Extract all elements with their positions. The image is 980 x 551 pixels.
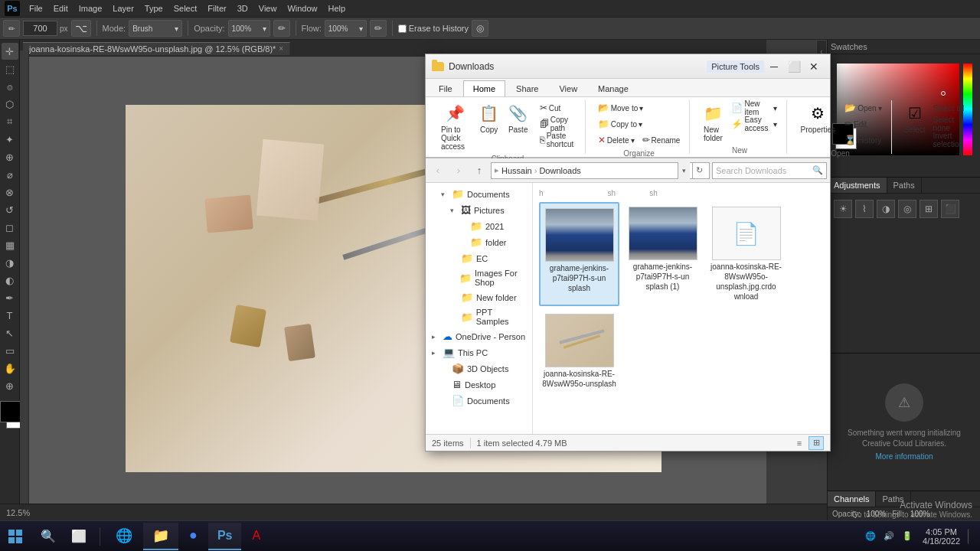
- tool-preset-btn[interactable]: ✏: [3, 20, 20, 37]
- text-tool[interactable]: T: [2, 307, 18, 324]
- back-btn[interactable]: ‹: [429, 161, 447, 180]
- up-btn[interactable]: ↑: [470, 161, 488, 180]
- cc-more-info-link[interactable]: More information: [875, 452, 933, 461]
- tab-close-btn[interactable]: ×: [279, 44, 283, 53]
- menu-edit[interactable]: Edit: [49, 2, 73, 15]
- eraser-tool[interactable]: ◻: [2, 219, 18, 236]
- hand-tool[interactable]: ✋: [2, 360, 18, 377]
- explorer-maximize-btn[interactable]: ⬜: [784, 59, 804, 74]
- nav-item-onedrive[interactable]: ▸ ☁ OneDrive - Person: [426, 328, 532, 344]
- address-bar[interactable]: ▸ Hussain › Downloads ▾ ↻: [491, 162, 710, 179]
- file-item-grahame2[interactable]: grahame-jenkins-p7tai9P7H-s-un splash (1…: [622, 202, 703, 306]
- taskbar-clock[interactable]: 4:05 PM 4/18/2022: [918, 527, 965, 546]
- nav-item-images-for-shop[interactable]: 📁 Images For Shop: [426, 266, 532, 289]
- forward-btn[interactable]: ›: [449, 161, 468, 180]
- search-bar[interactable]: Search Downloads 🔍: [712, 162, 827, 179]
- delete-btn[interactable]: ✕ Delete ▾: [595, 132, 638, 148]
- tab-paths-layers[interactable]: Paths: [876, 491, 910, 507]
- tab-adjustments[interactable]: Adjustments: [828, 178, 887, 193]
- move-tool[interactable]: ✛: [2, 43, 18, 60]
- taskbar-chrome[interactable]: ●: [180, 523, 207, 550]
- pen-tool[interactable]: ✒: [2, 289, 18, 306]
- move-to-btn[interactable]: 📂 Move to ▾: [595, 100, 684, 116]
- nav-item-documents-pc[interactable]: 📄 Documents: [426, 393, 532, 409]
- nav-item-pictures[interactable]: ▾ 🖼 Pictures: [426, 202, 532, 218]
- refresh-btn[interactable]: ↻: [692, 162, 706, 179]
- taskbar-edge[interactable]: 🌐: [106, 523, 142, 550]
- copy-btn[interactable]: 📋 Copy: [475, 100, 503, 136]
- zoom-tool[interactable]: ⊕: [2, 377, 18, 394]
- menu-select[interactable]: Select: [169, 2, 202, 15]
- new-folder-btn[interactable]: 📁 Newfolder: [699, 100, 727, 145]
- opacity-dropdown[interactable]: 100% ▾: [228, 20, 270, 37]
- cut-btn[interactable]: ✂ Cut: [537, 100, 579, 116]
- paste-shortcut-btn[interactable]: ⎘ Paste shortcut: [537, 132, 579, 148]
- menu-filter[interactable]: Filter: [203, 2, 230, 15]
- systray-sound[interactable]: 🔊: [881, 531, 897, 541]
- gradient-tool[interactable]: ▦: [2, 236, 18, 253]
- nav-item-3d-objects[interactable]: 📦 3D Objects: [426, 360, 532, 377]
- tab-channels[interactable]: Channels: [828, 491, 876, 507]
- menu-layer[interactable]: Layer: [108, 2, 139, 15]
- quick-select-tool[interactable]: ⬡: [2, 96, 18, 112]
- adj-btn-bw[interactable]: ⬛: [941, 200, 959, 218]
- show-desktop-btn[interactable]: [968, 529, 974, 544]
- clone-tool[interactable]: ⊗: [2, 184, 18, 201]
- taskbar-acrobat[interactable]: A: [243, 523, 270, 550]
- adj-btn-curves[interactable]: ⌇: [855, 200, 874, 218]
- erase-history-checkbox[interactable]: Erase to History: [398, 24, 469, 33]
- blur-tool[interactable]: ◑: [2, 254, 18, 271]
- menu-help[interactable]: Help: [324, 2, 351, 15]
- airbrush-btn[interactable]: ◎: [472, 20, 488, 37]
- mode-dropdown[interactable]: Brush ▾: [129, 20, 182, 37]
- flow-dropdown[interactable]: 100% ▾: [325, 20, 367, 37]
- copy-path-btn[interactable]: 🗐 Copy path: [537, 116, 579, 132]
- adj-btn-exposure[interactable]: ◑: [877, 200, 895, 218]
- shape-tool[interactable]: ▭: [2, 342, 18, 359]
- adj-btn-hue[interactable]: ◎: [898, 200, 916, 218]
- path-select-tool[interactable]: ↖: [2, 324, 18, 341]
- nav-item-new-folder[interactable]: 📁 New folder: [426, 289, 532, 305]
- taskbar-photoshop[interactable]: Ps: [208, 523, 242, 550]
- nav-item-desktop[interactable]: 🖥 Desktop: [426, 377, 532, 393]
- opacity-pen-btn[interactable]: ✏: [273, 20, 290, 37]
- brush-settings-btn[interactable]: ⌥: [71, 20, 91, 37]
- marquee-tool[interactable]: ⬚: [2, 60, 18, 77]
- explorer-close-btn[interactable]: ✕: [804, 59, 824, 74]
- invert-sel-btn[interactable]: Invert selection: [930, 132, 969, 148]
- easy-access-btn[interactable]: ⚡ Easy access ▾: [728, 116, 779, 132]
- crop-tool[interactable]: ⌗: [2, 113, 18, 130]
- select-all-small-btn[interactable]: Select all: [930, 100, 969, 116]
- select-all-btn[interactable]: ☑ Select: [901, 100, 929, 136]
- menu-type[interactable]: Type: [140, 2, 168, 15]
- lasso-tool[interactable]: ⌾: [2, 78, 18, 95]
- dodge-tool[interactable]: ◐: [2, 272, 18, 289]
- taskbar-taskview-btn[interactable]: ⬜: [64, 522, 93, 551]
- menu-file[interactable]: File: [24, 2, 47, 15]
- history-brush-tool[interactable]: ↺: [2, 201, 18, 218]
- foreground-color-swatch[interactable]: [0, 401, 21, 422]
- file-item-joanna-photo[interactable]: joanna-kosinska-RE-8WswW95o-unsplash: [539, 309, 619, 393]
- new-item-btn[interactable]: 📄 New item ▾: [728, 100, 779, 116]
- brush-size-input[interactable]: [23, 21, 57, 36]
- flow-pen-btn[interactable]: ✏: [370, 20, 387, 37]
- menu-3d[interactable]: 3D: [233, 2, 253, 15]
- open-btn[interactable]: 📂 Open ▾: [841, 100, 884, 116]
- view-large-icons-btn[interactable]: ⊞: [808, 436, 824, 450]
- file-item-grahame1[interactable]: grahame-jenkins-p7tai9P7H-s-un splash: [539, 202, 619, 306]
- menu-image[interactable]: Image: [74, 2, 107, 15]
- view-list-btn[interactable]: ≡: [792, 436, 807, 450]
- ribbon-tab-share[interactable]: Share: [506, 80, 548, 96]
- history-btn[interactable]: ⌛ History: [841, 132, 884, 148]
- ribbon-tab-manage[interactable]: Manage: [588, 80, 639, 96]
- adj-btn-colbal[interactable]: ⊞: [920, 200, 938, 218]
- rename-btn[interactable]: ✏ Rename: [639, 132, 684, 148]
- paste-btn[interactable]: 📎 Paste: [505, 100, 532, 136]
- nav-item-ppt-samples[interactable]: 📁 PPT Samples: [426, 305, 532, 328]
- properties-btn[interactable]: ⚙ Properties: [796, 100, 841, 136]
- ribbon-tab-file[interactable]: File: [429, 80, 462, 96]
- addr-dropdown-btn[interactable]: ▾: [678, 162, 690, 179]
- eyedropper-tool[interactable]: ✦: [2, 131, 18, 148]
- copy-to-btn[interactable]: 📁 Copy to ▾: [595, 116, 684, 132]
- nav-item-folder[interactable]: 📁 folder: [426, 234, 532, 250]
